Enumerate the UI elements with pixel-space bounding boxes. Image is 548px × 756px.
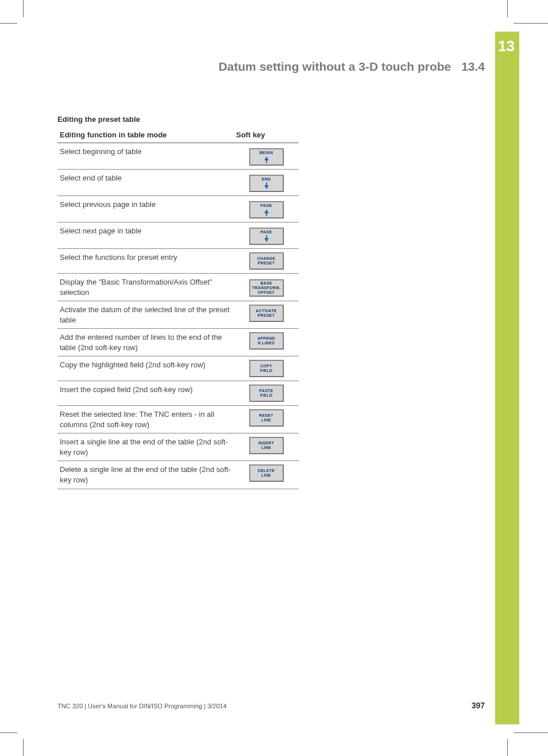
softkey-cell: INSERT LINE (234, 433, 299, 461)
softkey-button: BEGIN (249, 148, 284, 166)
function-description: Select the functions for preset entry (57, 249, 234, 274)
header-title: Datum setting without a 3-D touch probe (218, 60, 451, 73)
crop-mark (507, 0, 508, 17)
function-description: Activate the datum of the selected line … (57, 301, 234, 329)
softkey-label: PASTE FIELD (259, 389, 273, 398)
softkey-label: PAGE (260, 230, 272, 235)
softkey-button: PAGE (249, 201, 284, 218)
crop-mark (0, 732, 17, 733)
crop-mark (23, 0, 24, 17)
softkey-label: INSERT LINE (258, 441, 274, 450)
function-description: Select previous page in table (57, 196, 234, 222)
page-header: Datum setting without a 3-D touch probe … (57, 60, 485, 74)
arrow-up-icon (264, 156, 269, 163)
softkey-button: PAGE (249, 228, 284, 245)
crop-mark (0, 23, 17, 24)
softkey-cell: BASE TRANSFORM. OFFSET (234, 274, 299, 301)
softkey-label: BEGIN (260, 151, 273, 155)
function-description: Select end of table (57, 170, 234, 196)
page-number: 397 (472, 701, 485, 710)
softkey-cell: BEGIN (234, 143, 299, 170)
table-row: Add the entered number of lines to the e… (57, 329, 299, 356)
softkey-cell: ACTIVATE PRESET (234, 301, 299, 329)
softkey-button: RESET LINE (249, 409, 284, 427)
softkey-label: BASE TRANSFORM. OFFSET (252, 281, 281, 295)
arrow-down-icon (264, 235, 269, 243)
table-row: Insert a single line at the end of the t… (57, 433, 299, 461)
function-description: Insert a single line at the end of the t… (57, 433, 234, 461)
table-row: Select next page in tablePAGE (57, 222, 299, 249)
column-header-softkey: Soft key (234, 128, 299, 143)
crop-mark (514, 732, 548, 733)
softkey-button: APPEND N LINES (249, 332, 284, 350)
softkey-button: CHANGE PRESET (249, 252, 284, 270)
softkey-label: APPEND N LINES (257, 336, 275, 346)
softkey-cell: END (234, 170, 299, 196)
softkey-cell: PAGE (234, 222, 299, 249)
table-row: Insert the copied field (2nd soft-key ro… (57, 381, 299, 406)
section-title: Editing the preset table (57, 115, 299, 124)
softkey-button: INSERT LINE (249, 437, 284, 454)
softkey-label: CHANGE PRESET (257, 256, 275, 266)
table-row: Display the "Basic Transformation/Axis O… (57, 274, 299, 301)
table-row: Reset the selected line: The TNC enters … (57, 406, 299, 433)
function-description: Select next page in table (57, 222, 234, 249)
crop-mark (514, 23, 548, 24)
column-header-function: Editing function in table mode (57, 128, 234, 143)
softkey-cell: APPEND N LINES (234, 329, 299, 356)
table-row: Delete a single line at the end of the t… (57, 461, 299, 489)
header-section-number: 13.4 (461, 60, 485, 73)
footer-text: TNC 320 | User's Manual for DIN/ISO Prog… (57, 703, 227, 709)
softkey-button: BASE TRANSFORM. OFFSET (249, 279, 284, 297)
table-row: Activate the datum of the selected line … (57, 301, 299, 329)
softkey-cell: PASTE FIELD (234, 381, 299, 406)
softkey-label: COPY FIELD (260, 364, 273, 373)
table-row: Copy the highlighted field (2nd soft-key… (57, 356, 299, 381)
function-description: Reset the selected line: The TNC enters … (57, 406, 234, 433)
table-row: Select the functions for preset entryCHA… (57, 249, 299, 274)
softkey-label: ACTIVATE PRESET (256, 309, 276, 318)
content-area: Editing the preset table Editing functio… (57, 115, 299, 489)
function-description: Insert the copied field (2nd soft-key ro… (57, 381, 234, 406)
arrow-up-icon (264, 209, 269, 216)
softkey-button: ACTIVATE PRESET (249, 305, 284, 322)
table-row: Select previous page in tablePAGE (57, 196, 299, 222)
preset-editing-table: Editing function in table mode Soft key … (57, 128, 299, 489)
crop-mark (23, 739, 24, 756)
softkey-cell: DELETE LINE (234, 461, 299, 489)
softkey-label: PAGE (260, 204, 272, 208)
softkey-cell: COPY FIELD (234, 356, 299, 381)
function-description: Select beginning of table (57, 143, 234, 170)
softkey-button: COPY FIELD (249, 360, 284, 377)
crop-mark (507, 739, 508, 756)
softkey-cell: RESET LINE (234, 406, 299, 433)
softkey-label: RESET LINE (259, 413, 273, 423)
table-row: Select end of tableEND (57, 170, 299, 196)
softkey-label: DELETE LINE (258, 469, 275, 478)
function-description: Delete a single line at the end of the t… (57, 461, 234, 489)
function-description: Display the "Basic Transformation/Axis O… (57, 274, 234, 301)
softkey-button: DELETE LINE (249, 465, 284, 482)
softkey-label: END (262, 177, 271, 182)
table-row: Select beginning of tableBEGIN (57, 143, 299, 170)
arrow-down-icon (264, 182, 269, 190)
softkey-cell: PAGE (234, 196, 299, 222)
function-description: Add the entered number of lines to the e… (57, 329, 234, 356)
function-description: Copy the highlighted field (2nd soft-key… (57, 356, 234, 381)
chapter-tab (495, 32, 519, 724)
chapter-number: 13 (498, 37, 515, 55)
softkey-button: END (249, 175, 284, 192)
page-footer: TNC 320 | User's Manual for DIN/ISO Prog… (57, 701, 485, 710)
softkey-button: PASTE FIELD (249, 385, 284, 402)
softkey-cell: CHANGE PRESET (234, 249, 299, 274)
